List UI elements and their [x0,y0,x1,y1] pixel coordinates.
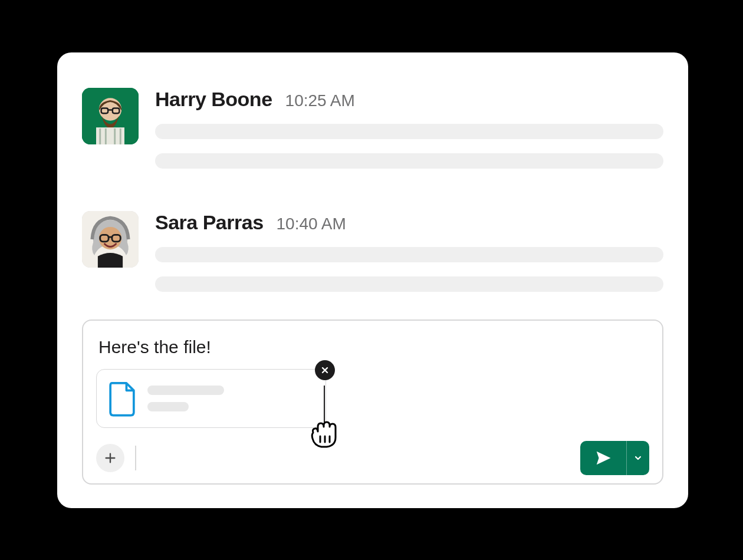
chat-panel: Harry Boone 10:25 AM [57,52,688,508]
attachment-meta [147,386,315,411]
file-attachment[interactable] [96,369,326,428]
avatar-harry-icon [82,88,139,144]
message-text-placeholder [155,153,663,169]
send-options-button[interactable] [627,441,649,475]
composer-text[interactable]: Here's the file! [98,337,649,357]
message-row: Sara Parras 10:40 AM [82,211,663,306]
avatar[interactable] [82,88,139,144]
message-row: Harry Boone 10:25 AM [82,88,663,183]
remove-attachment-button[interactable] [315,360,335,380]
send-icon [594,449,612,467]
grab-cursor-icon [307,419,341,449]
message-author[interactable]: Harry Boone [155,88,272,111]
message-timestamp: 10:25 AM [285,91,355,110]
message-composer[interactable]: Here's the file! [82,319,663,485]
send-button[interactable] [580,441,626,475]
message-timestamp: 10:40 AM [277,215,346,233]
chevron-down-icon [634,454,642,462]
message-author[interactable]: Sara Parras [155,211,264,234]
message-text-placeholder [155,247,663,262]
add-attachment-button[interactable] [96,444,124,472]
file-icon [107,380,137,417]
send-button-group [580,441,649,475]
message-text-placeholder [155,124,663,139]
avatar[interactable] [82,211,139,268]
message-text-placeholder [155,276,663,292]
plus-icon [104,452,117,465]
composer-toolbar [96,441,649,475]
close-icon [321,366,329,374]
toolbar-divider [135,446,136,470]
avatar-sara-icon [82,211,139,268]
